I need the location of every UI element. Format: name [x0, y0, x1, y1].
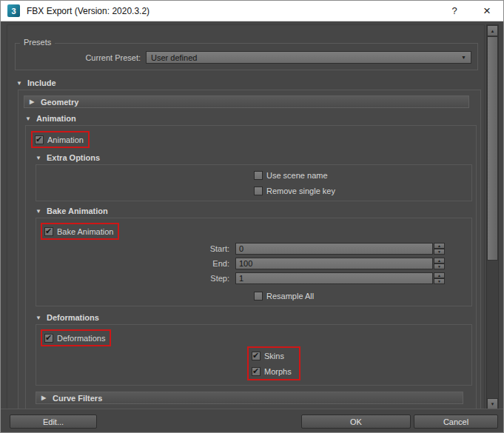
morphs-checkbox-box[interactable]: ✔: [252, 367, 261, 376]
extra-options-rollout-header[interactable]: ▼ Extra Options: [36, 152, 472, 163]
check-icon: ✔: [45, 226, 52, 236]
skins-checkbox[interactable]: ✔ Skins: [252, 350, 292, 361]
animation-checkbox[interactable]: ✔ Animation: [35, 134, 84, 145]
expanded-arrow-icon: ▼: [25, 115, 36, 122]
titlebar: 3 FBX Export (Version: 2020.3.2) ? ×: [1, 1, 503, 21]
deformations-checkbox-label: Deformations: [57, 334, 105, 343]
step-row: Step: ▲ ▼: [41, 272, 445, 284]
spinner-down-button[interactable]: ▼: [434, 278, 445, 284]
include-panel: ▶ Geometry ▼ Animation ✔ Animation ▼: [18, 90, 481, 410]
dialog-content: Presets Current Preset: User defined ▼ ▼…: [7, 24, 485, 410]
animation-checkbox-box[interactable]: ✔: [35, 135, 44, 144]
deformations-rollout-header[interactable]: ▼ Deformations: [36, 312, 472, 323]
current-preset-dropdown[interactable]: User defined ▼: [146, 51, 471, 64]
expanded-arrow-icon: ▼: [36, 155, 47, 161]
step-spinner: ▲ ▼: [434, 272, 445, 284]
scrollbar-thumb[interactable]: [487, 36, 498, 261]
close-button[interactable]: ×: [471, 1, 503, 21]
bake-animation-checkbox-box[interactable]: ✔: [44, 227, 53, 236]
start-row: Start: ▲ ▼: [41, 243, 445, 255]
extra-options-panel: Use scene name Remove single key: [36, 164, 472, 201]
skins-checkbox-box[interactable]: ✔: [252, 352, 261, 360]
use-scene-name-checkbox-box[interactable]: [254, 171, 263, 180]
bake-animation-rollout-header[interactable]: ▼ Bake Animation: [36, 206, 472, 216]
3ds-max-logo-icon: 3: [7, 4, 20, 17]
animation-rollout-label: Animation: [36, 114, 76, 123]
spinner-down-button[interactable]: ▼: [434, 249, 445, 255]
start-spinner: ▲ ▼: [434, 243, 445, 255]
start-input[interactable]: [235, 243, 433, 255]
expanded-arrow-icon: ▼: [16, 80, 27, 87]
animation-rollout-header[interactable]: ▼ Animation: [25, 113, 477, 124]
curve-filters-rollout-header[interactable]: ▶ Curve Filters: [36, 392, 463, 404]
expanded-arrow-icon: ▼: [36, 315, 47, 321]
vertical-scrollbar[interactable]: ▲ ▼: [486, 24, 499, 410]
remove-single-key-checkbox[interactable]: Remove single key: [254, 185, 467, 196]
use-scene-name-label: Use scene name: [266, 171, 328, 180]
presets-group: Presets Current Preset: User defined ▼: [15, 43, 478, 70]
bake-animation-checkbox[interactable]: ✔ Bake Animation: [44, 226, 113, 237]
step-input[interactable]: [235, 272, 433, 284]
help-button[interactable]: ?: [438, 1, 471, 21]
highlight-box-bake-animation: ✔ Bake Animation: [41, 223, 119, 240]
presets-group-label: Presets: [20, 38, 55, 47]
edit-button[interactable]: Edit...: [10, 414, 97, 429]
resample-all-label: Resample All: [266, 292, 314, 301]
skins-label: Skins: [264, 352, 284, 360]
current-preset-row: Current Preset: User defined ▼: [21, 51, 471, 64]
expanded-arrow-icon: ▼: [36, 208, 47, 215]
deformations-rollout-label: Deformations: [47, 313, 99, 322]
extra-options-rollout-label: Extra Options: [47, 153, 100, 162]
curve-filters-rollout-label: Curve Filters: [53, 394, 102, 403]
bake-animation-panel: ✔ Bake Animation Start: ▲ ▼ End:: [36, 218, 472, 306]
collapsed-arrow-icon: ▶: [41, 395, 53, 401]
end-row: End: ▲ ▼: [41, 258, 445, 269]
deformations-checkbox-box[interactable]: ✔: [44, 334, 53, 343]
window-title: FBX Export (Version: 2020.3.2): [27, 6, 438, 16]
spinner-up-button[interactable]: ▲: [434, 243, 445, 249]
cancel-button[interactable]: Cancel: [414, 414, 498, 429]
morphs-label: Morphs: [264, 367, 292, 376]
animation-panel: ✔ Animation ▼ Extra Options Use scene na…: [25, 125, 477, 410]
geometry-rollout-label: Geometry: [41, 98, 78, 107]
start-label: Start:: [41, 244, 235, 253]
morphs-checkbox[interactable]: ✔ Morphs: [252, 366, 292, 377]
current-preset-label: Current Preset:: [21, 53, 146, 62]
resample-all-checkbox[interactable]: Resample All: [254, 290, 467, 301]
current-preset-value: User defined: [151, 53, 461, 62]
animation-checkbox-label: Animation: [47, 135, 84, 144]
highlight-box-deformations: ✔ Deformations: [41, 329, 111, 346]
scroll-up-button[interactable]: ▲: [487, 25, 498, 36]
bake-animation-rollout-label: Bake Animation: [47, 207, 108, 215]
end-input[interactable]: [235, 258, 433, 269]
remove-single-key-label: Remove single key: [266, 187, 335, 195]
spinner-up-button[interactable]: ▲: [434, 272, 445, 278]
end-spinner: ▲ ▼: [434, 258, 445, 269]
check-icon: ✔: [252, 350, 259, 360]
dropdown-arrow-icon: ▼: [461, 55, 466, 60]
footer-bar: Edit... OK Cancel: [1, 409, 503, 432]
highlight-box-animation: ✔ Animation: [31, 131, 90, 148]
scroll-down-button[interactable]: ▼: [487, 398, 498, 409]
step-label: Step:: [41, 274, 235, 283]
check-icon: ✔: [252, 366, 259, 376]
resample-all-checkbox-box[interactable]: [254, 292, 263, 301]
remove-single-key-checkbox-box[interactable]: [254, 187, 263, 195]
use-scene-name-checkbox[interactable]: Use scene name: [254, 169, 467, 181]
geometry-rollout-header[interactable]: ▶ Geometry: [24, 95, 469, 108]
end-label: End:: [41, 259, 235, 268]
include-rollout-label: Include: [27, 78, 56, 87]
fbx-export-dialog: 3 FBX Export (Version: 2020.3.2) ? × Pre…: [0, 0, 504, 433]
bake-animation-checkbox-label: Bake Animation: [57, 227, 113, 236]
ok-button[interactable]: OK: [301, 414, 411, 429]
check-icon: ✔: [36, 134, 42, 144]
check-icon: ✔: [45, 332, 52, 343]
deformations-panel: ✔ Deformations ✔ Skins ✔ Morp: [36, 324, 472, 386]
skins-morphs-group: ✔ Skins ✔ Morphs: [247, 346, 467, 380]
collapsed-arrow-icon: ▶: [30, 98, 41, 105]
include-rollout-header[interactable]: ▼ Include: [16, 78, 484, 88]
spinner-up-button[interactable]: ▲: [434, 258, 445, 264]
highlight-box-skins-morphs: ✔ Skins ✔ Morphs: [247, 346, 300, 380]
deformations-checkbox[interactable]: ✔ Deformations: [44, 332, 105, 343]
spinner-down-button[interactable]: ▼: [434, 264, 445, 269]
